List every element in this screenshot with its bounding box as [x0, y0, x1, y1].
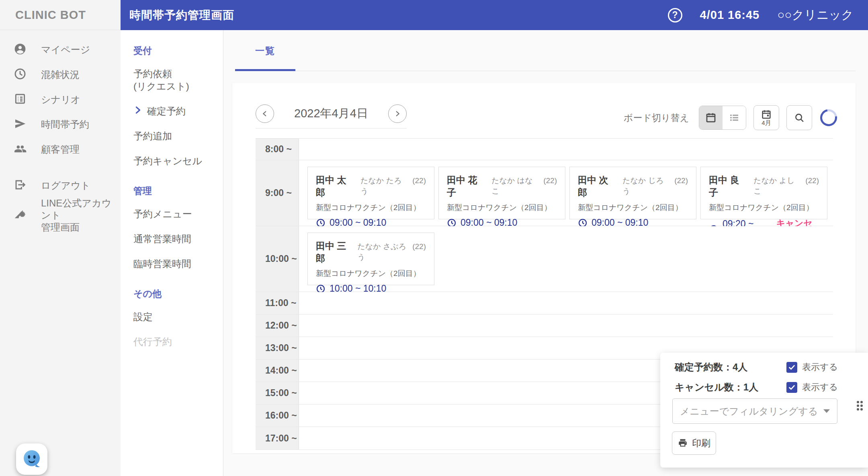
next-day-button[interactable]	[388, 104, 407, 123]
submenu-item-settings[interactable]: 設定	[133, 311, 223, 323]
appointment-menu: 新型コロナワクチン（2回目）	[578, 202, 688, 213]
calendar-icon	[705, 112, 717, 124]
chevron-right-icon	[133, 105, 147, 117]
submenu-item-temporary-hours[interactable]: 臨時営業時間	[133, 257, 223, 270]
check-icon	[788, 384, 796, 391]
submenu: 受付 予約依頼 (リクエスト) 確定予約 予約追加 予約キャンセル 管理 予約メ…	[121, 30, 223, 476]
tab-active-underline	[235, 69, 295, 71]
appointment-card[interactable]: 田中 花子 たなか はなこ (22) 新型コロナワクチン（2回目） 09:00 …	[438, 167, 565, 219]
sidebar-item-timeslot-booking[interactable]: 時間帯予約	[0, 112, 121, 137]
board-toolbar: ボード切り替え 4月	[624, 105, 837, 130]
slot-content-8[interactable]	[299, 139, 833, 160]
current-date: 2022年4月4日	[274, 106, 388, 122]
sidebar: マイページ 混雑状況 シナリオ 時間帯予約 顧客管理 ログアウト LINE公式ア…	[0, 30, 121, 476]
submenu-item-confirmed[interactable]: 確定予約	[133, 105, 223, 117]
prev-day-button[interactable]	[256, 104, 274, 123]
menu-filter-select[interactable]: メニューでフィルタリングする	[672, 398, 837, 424]
slot-content-9[interactable]: 田中 太郎 たなか たろう (22) 新型コロナワクチン（2回目） 09:00 …	[299, 160, 833, 226]
print-button[interactable]: 印刷	[672, 431, 716, 455]
people-icon	[14, 142, 27, 157]
search-icon	[794, 112, 805, 123]
confirmed-count-label: 確定予約数：4人	[675, 361, 786, 374]
person-icon	[14, 43, 27, 57]
time-row-11: 11:00 ~	[256, 292, 833, 315]
clock-icon	[14, 67, 27, 82]
chat-bubble-bot-icon	[20, 447, 43, 471]
list-view-button[interactable]	[723, 106, 746, 129]
clinic-name: ○○クリニック	[777, 7, 854, 23]
search-button[interactable]	[786, 105, 812, 130]
slot-content-10[interactable]: 田中 三郎 たなか さぶろう (22) 新型コロナワクチン（2回目） 10:00…	[299, 226, 833, 292]
cancelled-show-checkbox[interactable]	[786, 382, 797, 393]
month-picker-button[interactable]: 4月	[753, 105, 779, 130]
list-icon	[728, 112, 740, 124]
confirmed-show-checkbox[interactable]	[786, 362, 797, 373]
check-icon	[788, 364, 796, 371]
chatbot-widget-button[interactable]	[16, 443, 47, 475]
board-switch-label: ボード切り替え	[624, 112, 689, 124]
appointment-menu: 新型コロナワクチン（2回目）	[447, 202, 557, 213]
loading-spinner	[817, 106, 840, 129]
panel-drag-handle-icon[interactable]	[857, 401, 863, 411]
cancelled-count-row: キャンセル数：1人 表示する	[675, 378, 868, 396]
time-slot-label: 13:00 ~	[256, 337, 299, 359]
submenu-item-cancel-booking[interactable]: 予約キャンセル	[133, 155, 223, 167]
page-title: 時間帯予約管理画面	[129, 8, 234, 23]
calendar-view-button[interactable]	[699, 106, 723, 129]
time-row-9: 9:00 ~ 田中 太郎 たなか たろう (22) 新型コロナワクチン（2回目）	[256, 160, 833, 226]
patient-name: 田中 三郎	[316, 240, 351, 265]
appointment-menu: 新型コロナワクチン（2回目）	[316, 268, 426, 279]
patient-name: 田中 太郎	[316, 174, 354, 199]
printer-icon	[678, 438, 688, 448]
sidebar-item-mypage[interactable]: マイページ	[0, 37, 121, 62]
slot-content-12[interactable]	[299, 315, 833, 337]
patient-kana: たなか はなこ	[491, 176, 539, 196]
patient-kana: たなか じろう	[622, 176, 670, 196]
patient-age: (22)	[805, 176, 819, 185]
sidebar-item-customers[interactable]: 顧客管理	[0, 137, 121, 162]
sidebar-item-congestion[interactable]: 混雑状況	[0, 62, 121, 87]
sidebar-item-logout[interactable]: ログアウト	[0, 173, 121, 198]
patient-name: 田中 花子	[447, 174, 485, 199]
sidebar-item-line-admin[interactable]: LINE公式アカウント管理画面	[0, 198, 121, 233]
scenario-icon	[14, 92, 27, 107]
submenu-section-others: その他	[133, 288, 223, 300]
patient-age: (22)	[674, 176, 688, 185]
time-slot-label: 11:00 ~	[256, 292, 299, 314]
appointment-card[interactable]: 田中 次郎 たなか じろう (22) 新型コロナワクチン（2回目） 09:00 …	[569, 167, 696, 219]
header-datetime: 4/01 16:45	[700, 8, 760, 22]
submenu-section-management: 管理	[133, 185, 223, 197]
time-slot-label: 8:00 ~	[256, 139, 299, 160]
submenu-item-request[interactable]: 予約依頼 (リクエスト)	[133, 67, 223, 92]
brand-logo: CLINIC BOT	[0, 0, 121, 30]
submenu-item-regular-hours[interactable]: 通常営業時間	[133, 233, 223, 245]
confirmed-count-row: 確定予約数：4人 表示する	[675, 358, 868, 376]
appointment-card[interactable]: 田中 三郎 たなか さぶろう (22) 新型コロナワクチン（2回目） 10:00…	[307, 233, 434, 285]
app-header: CLINIC BOT 時間帯予約管理画面 ? 4/01 16:45 ○○クリニッ…	[0, 0, 868, 30]
time-slot-label: 15:00 ~	[256, 382, 299, 404]
header-bar: 時間帯予約管理画面 ? 4/01 16:45 ○○クリニック	[121, 0, 868, 30]
sidebar-item-scenario[interactable]: シナリオ	[0, 87, 121, 112]
appointment-card[interactable]: 田中 太郎 たなか たろう (22) 新型コロナワクチン（2回目） 09:00 …	[307, 167, 434, 219]
send-icon	[14, 117, 27, 132]
sidebar-separator	[0, 162, 121, 173]
line-settings-icon	[14, 208, 27, 223]
logout-icon	[14, 178, 27, 193]
chevron-right-icon	[394, 110, 401, 117]
patient-kana: たなか さぶろう	[357, 241, 408, 262]
appointment-card-cancelled[interactable]: 田中 良子 たなか よしこ (22) 新型コロナワクチン（2回目） 09:20 …	[700, 167, 827, 219]
sidebar-item-label: シナリオ	[41, 94, 80, 106]
submenu-item-add-booking[interactable]: 予約追加	[133, 130, 223, 142]
time-slot-label: 14:00 ~	[256, 360, 299, 382]
tab-bar: 一覧	[235, 30, 856, 71]
help-icon[interactable]: ?	[668, 8, 682, 22]
patient-kana: たなか よしこ	[753, 176, 801, 196]
calendar-month-icon	[761, 109, 772, 120]
submenu-item-booking-menu[interactable]: 予約メニュー	[133, 208, 223, 220]
print-button-label: 印刷	[692, 437, 710, 449]
slot-content-11[interactable]	[299, 292, 833, 314]
time-slot-label: 10:00 ~	[256, 226, 299, 292]
appointment-menu: 新型コロナワクチン（2回目）	[316, 202, 426, 213]
tab-list[interactable]: 一覧	[235, 30, 295, 71]
summary-panel: 確定予約数：4人 表示する キャンセル数：1人 表示する メニューでフィルタリン…	[660, 353, 868, 468]
